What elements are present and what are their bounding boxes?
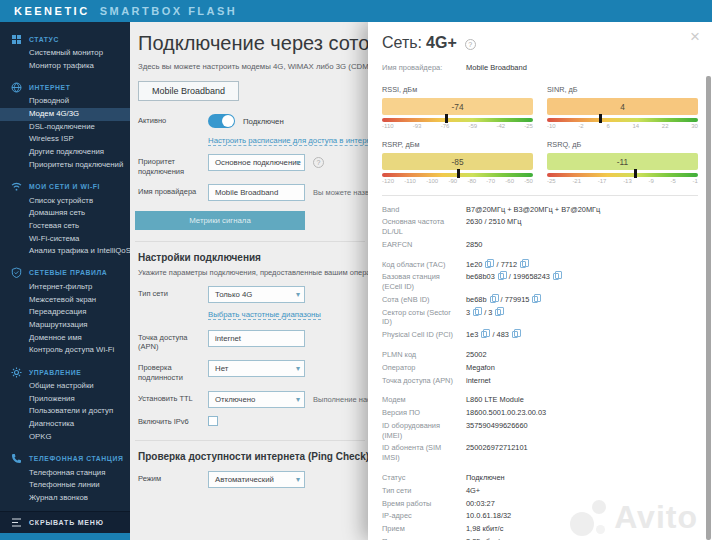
sidebar-section-title: УПРАВЛЕНИЕ	[29, 369, 81, 376]
meter-marker	[634, 169, 637, 178]
copy-icon[interactable]	[490, 296, 496, 303]
meter-tick-label: -25	[547, 178, 556, 184]
sidebar-section-header[interactable]: СТАТУС	[0, 31, 130, 47]
sidebar-section: СЕТЕВЫЕ ПРАВИЛАИнтернет-фильтрМежсетевой…	[0, 265, 130, 357]
sidebar-item[interactable]: Общие настройки	[0, 380, 130, 393]
detail-value: 10.0.61.18/32	[466, 511, 511, 521]
copy-icon[interactable]	[532, 296, 538, 303]
detail-value: 4G+	[466, 486, 480, 496]
copy-icon[interactable]	[553, 273, 559, 280]
sidebar-item[interactable]: Журнал звонков	[0, 492, 130, 505]
sidebar-section: МОИ СЕТИ И WI-FIСписок устройствДомашняя…	[0, 179, 130, 258]
panel-help-icon[interactable]: ?	[465, 39, 476, 50]
sidebar-item[interactable]: Гостевая сеть	[0, 220, 130, 233]
active-toggle[interactable]	[208, 114, 235, 128]
detail-row: Сота (eNB ID)be68b / 779915	[382, 293, 698, 306]
meter-tick-label: -21	[572, 178, 581, 184]
sidebar-item[interactable]: OPKG	[0, 431, 130, 444]
phone-icon	[10, 453, 22, 465]
sidebar-section-header[interactable]: ТЕЛЕФОННАЯ СТАНЦИЯ	[0, 451, 130, 467]
sidebar-item[interactable]: Диагностика	[0, 418, 130, 431]
sidebar-item[interactable]: Переадресация	[0, 306, 130, 319]
detail-label: Оператор	[382, 363, 466, 373]
ttl-select[interactable]: Отключено	[208, 391, 305, 408]
copy-icon[interactable]	[498, 273, 504, 280]
sidebar-section-title: СТАТУС	[29, 36, 59, 43]
apn-input[interactable]: internet	[208, 330, 305, 347]
ttl-label: Установить TTL	[138, 391, 208, 404]
meter-tick-label: -93	[413, 123, 422, 129]
copy-icon[interactable]	[520, 261, 526, 268]
frequency-bands-link[interactable]: Выбрать частотные диапазоны	[208, 310, 321, 320]
detail-value: 1e20 / 7712	[466, 260, 529, 270]
sidebar-section-title: ИНТЕРНЕТ	[29, 84, 70, 91]
priority-select[interactable]: Основное подключение	[208, 154, 305, 171]
detail-label: ID оборудования (IMEI)	[382, 421, 466, 440]
sidebar-section-header[interactable]: СЕТЕВЫЕ ПРАВИЛА	[0, 265, 130, 281]
detail-row: Тип сети4G+	[382, 484, 698, 497]
meter-marker	[457, 169, 460, 178]
tab-mobile-broadband[interactable]: Mobile Broadband	[138, 81, 239, 101]
schedule-link[interactable]: Настроить расписание для доступа в интер…	[208, 136, 378, 146]
panel-scrollbar[interactable]	[706, 76, 711, 540]
sidebar-item[interactable]: Телефонная станция	[0, 467, 130, 480]
detail-label: Модем	[382, 395, 466, 405]
detail-copy-value: 1e20	[466, 260, 482, 269]
sidebar-item[interactable]: Проводной	[0, 95, 130, 108]
signal-metrics-button[interactable]: Метрики сигнала	[135, 211, 305, 230]
detail-value: internet	[466, 376, 491, 386]
sidebar-item[interactable]: Контроль доступа Wi-Fi	[0, 344, 130, 357]
auth-select[interactable]: Нет	[208, 360, 305, 377]
signal-meters: RSSI, дБм-74-110-93-76-59-42-25SINR, дБ4…	[382, 85, 698, 184]
signal-meter: RSSI, дБм-74-110-93-76-59-42-25	[382, 85, 533, 129]
sidebar-item[interactable]: Список устройств	[0, 195, 130, 208]
sidebar-item[interactable]: DSL-подключение	[0, 121, 130, 134]
copy-icon[interactable]	[485, 261, 491, 268]
network-details-panel: Сеть: 4G+ ? × Имя провайдера: Mobile Bro…	[368, 22, 712, 540]
sidebar-item[interactable]: Доменное имя	[0, 332, 130, 345]
copy-icon[interactable]	[495, 309, 501, 316]
detail-row: ОператорMegafon	[382, 361, 698, 374]
copy-icon[interactable]	[481, 331, 487, 338]
sidebar-item[interactable]: Межсетевой экран	[0, 294, 130, 307]
detail-row: ID абонента (SIM IMSI)250026972712101	[382, 442, 698, 464]
sidebar-item[interactable]: Пользователи и доступ	[0, 405, 130, 418]
detail-value: 00:03:27	[466, 499, 495, 509]
detail-copy-value: 7712	[501, 260, 517, 269]
sidebar-item[interactable]: Телефонные линии	[0, 479, 130, 492]
detail-label: Код области (TAC)	[382, 260, 466, 270]
meter-tick-label: -59	[469, 123, 478, 129]
sidebar-section-header[interactable]: МОИ СЕТИ И WI-FI	[0, 179, 130, 195]
sidebar-item[interactable]: Монитор трафика	[0, 60, 130, 73]
sidebar-item[interactable]: Системный монитор	[0, 47, 130, 60]
sidebar-item[interactable]: Wi-Fi-система	[0, 233, 130, 246]
detail-value: 3 / 3	[466, 308, 504, 318]
sidebar-item[interactable]: Домашняя сеть	[0, 207, 130, 220]
sidebar-section-header[interactable]: УПРАВЛЕНИЕ	[0, 364, 130, 380]
sidebar-item[interactable]: Приоритеты подключений	[0, 159, 130, 172]
signal-meter: RSRQ, дБ-11-25-21-17-13-9-5-1	[547, 140, 698, 184]
close-icon[interactable]: ×	[690, 28, 700, 45]
network-type-select[interactable]: Только 4G	[208, 286, 305, 303]
sidebar-item[interactable]: Модем 4G/3G	[0, 108, 130, 121]
ipv6-checkbox[interactable]	[208, 416, 218, 426]
toggle-state-label: Подключен	[243, 113, 284, 126]
meter-tick-label: -100	[426, 178, 438, 184]
sidebar-item[interactable]: Маршрутизация	[0, 319, 130, 332]
sidebar-item[interactable]: Другие подключения	[0, 146, 130, 159]
sidebar-item[interactable]: Интернет-фильтр	[0, 281, 130, 294]
hide-menu-button[interactable]: СКРЫВАТЬ МЕНЮ	[0, 511, 130, 533]
copy-icon[interactable]	[473, 309, 479, 316]
mode-select[interactable]: Автоматический	[208, 471, 305, 488]
meter-tick-label: -80	[467, 178, 476, 184]
sidebar-nav: СТАТУССистемный мониторМонитор трафикаИН…	[0, 22, 130, 540]
copy-icon[interactable]	[512, 331, 518, 338]
sidebar-item[interactable]: Wireless ISP	[0, 133, 130, 146]
detail-row: Код области (TAC)1e20 / 7712	[382, 258, 698, 271]
detail-copy-value: 199658243	[513, 272, 550, 281]
provider-input[interactable]: Mobile Broadband	[208, 184, 305, 201]
sidebar-item[interactable]: Приложения	[0, 393, 130, 406]
priority-help-icon[interactable]: ?	[313, 157, 324, 168]
sidebar-section-header[interactable]: ИНТЕРНЕТ	[0, 79, 130, 95]
sidebar-item[interactable]: Анализ трафика и IntelliQoS	[0, 245, 130, 258]
